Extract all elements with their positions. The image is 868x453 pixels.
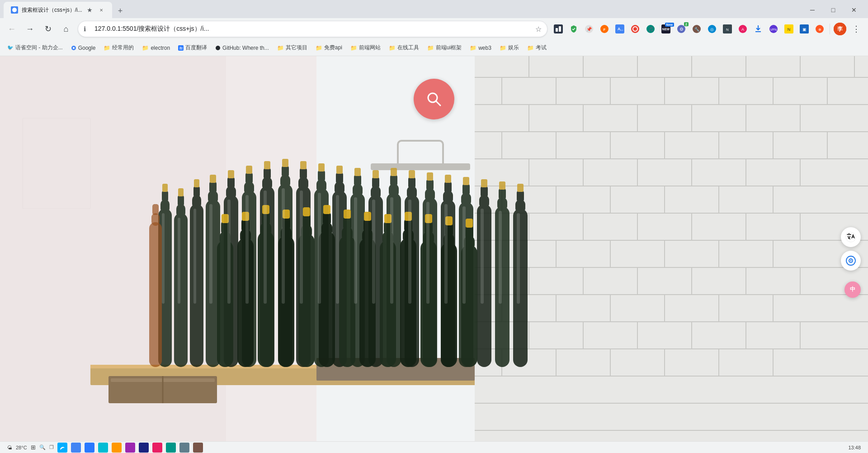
- bookmark-common[interactable]: 📁 经常用的: [100, 42, 137, 54]
- svg-rect-143: [162, 184, 168, 192]
- taskbar-app7[interactable]: [166, 443, 176, 453]
- svg-rect-154: [209, 181, 217, 193]
- ext-icon-13[interactable]: ▣: [797, 22, 811, 36]
- bookmark-tools[interactable]: 📁 在线工具: [385, 42, 423, 54]
- bookmark-exam[interactable]: 📁 考试: [524, 42, 550, 54]
- maximize-button[interactable]: □: [823, 3, 844, 17]
- forward-button[interactable]: →: [22, 21, 38, 37]
- svg-rect-171: [282, 159, 288, 167]
- ext-icon-10[interactable]: A: [736, 22, 750, 36]
- svg-rect-212: [477, 204, 491, 367]
- status-bar: 🌤 28°C ⊞ 🔍 ❐ 13:48: [0, 441, 868, 453]
- ext-icon-translate[interactable]: A一: [613, 22, 627, 36]
- taskbar-app8[interactable]: [179, 443, 189, 453]
- bookmark-star-icon[interactable]: ☆: [535, 25, 542, 33]
- task-view[interactable]: ❐: [49, 444, 54, 450]
- svg-rect-214: [481, 186, 488, 197]
- ext-icon-9[interactable]: N: [720, 22, 735, 36]
- taskbar-chrome[interactable]: [71, 443, 81, 453]
- home-button[interactable]: ⌂: [58, 21, 74, 37]
- browser-frame: 搜索框设计（css+js）/i... ★ ✕ + ─ □ ✕ ← → ↻ ⌂ ℹ…: [0, 0, 868, 453]
- ext-icon-new[interactable]: NEW New: [659, 22, 673, 36]
- svg-rect-219: [499, 181, 505, 190]
- bookmark-api[interactable]: 📁 免费api: [312, 42, 346, 54]
- svg-rect-198: [408, 177, 415, 188]
- search-icon: [425, 90, 443, 108]
- tab-close-button[interactable]: ✕: [98, 6, 105, 14]
- taskbar-edge[interactable]: [57, 443, 67, 453]
- ext-icon-11[interactable]: VPN: [766, 22, 781, 36]
- folder-icon-7: 📁: [427, 45, 434, 51]
- svg-rect-246: [303, 207, 310, 216]
- back-button[interactable]: ←: [4, 21, 20, 37]
- bookmark-electron[interactable]: 📁 electron: [138, 42, 174, 54]
- counter-badge: 2: [684, 22, 689, 26]
- bookmark-yuque[interactable]: 🐦 语雀空间 - 助力企...: [4, 42, 66, 54]
- ext-icon-1[interactable]: [551, 22, 566, 36]
- search-taskbar[interactable]: 🔍: [39, 444, 46, 450]
- close-button[interactable]: ✕: [844, 3, 864, 17]
- address-input[interactable]: [94, 25, 532, 33]
- search-button[interactable]: [414, 79, 454, 119]
- ext-icon-counter[interactable]: ⚙ 2: [674, 22, 689, 36]
- clock: 13:48: [848, 445, 861, 450]
- ext-icon-8[interactable]: ◎: [705, 22, 719, 36]
- ext-icon-green[interactable]: 🎵: [643, 22, 658, 36]
- ext-icon-14[interactable]: ⊕: [812, 22, 827, 36]
- svg-rect-147: [178, 188, 184, 196]
- taskbar-app1[interactable]: [85, 443, 94, 453]
- minimize-button[interactable]: ─: [802, 3, 823, 17]
- ext-icon-7[interactable]: 🔧: [689, 22, 704, 36]
- chrome-menu-button[interactable]: ⋮: [848, 21, 864, 37]
- ext-icon-shield[interactable]: [566, 22, 581, 36]
- taskbar-app5[interactable]: [139, 443, 149, 453]
- taskbar-app6[interactable]: [152, 443, 162, 453]
- ext-icon-12[interactable]: N: [782, 22, 796, 36]
- svg-point-308: [850, 260, 852, 261]
- temperature: 28°C: [16, 445, 27, 450]
- svg-rect-281: [193, 209, 196, 304]
- bookmark-web3[interactable]: 📁 web3: [466, 42, 495, 54]
- bookmark-label-other: 其它项目: [286, 44, 307, 52]
- taskbar-app3[interactable]: [112, 443, 122, 453]
- ext-icon-download[interactable]: [751, 22, 765, 36]
- svg-rect-211: [463, 177, 469, 185]
- translate-float-button[interactable]: [841, 227, 861, 247]
- folder-icon-4: 📁: [316, 45, 322, 51]
- ext-icon-colorful[interactable]: [628, 22, 642, 36]
- bookmark-ui[interactable]: 📁 前端ui框架: [424, 42, 465, 54]
- profile-avatar[interactable]: 李: [834, 23, 846, 35]
- bookmark-other[interactable]: 📁 其它项目: [274, 42, 311, 54]
- bookmark-label-exam: 考试: [536, 44, 547, 52]
- bookmark-github[interactable]: GitHub: Where th...: [212, 42, 273, 54]
- bookmark-google[interactable]: Google: [67, 42, 99, 54]
- refresh-button[interactable]: ↻: [40, 21, 56, 37]
- svg-rect-292: [390, 197, 393, 304]
- svg-rect-203: [427, 172, 433, 181]
- tab-favicon: [11, 6, 18, 14]
- bookmark-frontend[interactable]: 📁 前端网站: [347, 42, 384, 54]
- bookmark-translate[interactable]: 翻 百度翻译: [175, 42, 211, 54]
- svg-rect-195: [391, 168, 397, 176]
- ext-icon-pin[interactable]: 📌: [582, 22, 596, 36]
- taskbar-app2[interactable]: [98, 443, 108, 453]
- address-bar[interactable]: ℹ ☆: [78, 21, 547, 37]
- tab-title: 搜索框设计（css+js）/i...: [22, 6, 83, 14]
- float-buttons: 中: [841, 227, 861, 271]
- svg-rect-144: [174, 213, 188, 367]
- bookmark-entertainment[interactable]: 📁 娱乐: [496, 42, 523, 54]
- new-tab-button[interactable]: +: [114, 5, 127, 17]
- taskbar-app4[interactable]: [125, 443, 135, 453]
- capture-float-button[interactable]: [841, 251, 861, 271]
- mini-float-button[interactable]: 中: [844, 281, 861, 298]
- folder-icon-8: 📁: [470, 45, 476, 51]
- svg-rect-297: [481, 209, 484, 304]
- svg-rect-239: [278, 236, 294, 367]
- active-tab[interactable]: 搜索框设计（css+js）/i... ★ ✕: [4, 2, 112, 18]
- taskbar-app9[interactable]: [193, 443, 203, 453]
- svg-rect-253: [343, 217, 351, 229]
- taskbar-icons: ⊞ 🔍 ❐: [31, 443, 203, 453]
- start-button[interactable]: ⊞: [31, 444, 36, 451]
- ext-icon-orange[interactable]: F: [597, 22, 612, 36]
- svg-rect-277: [465, 226, 473, 238]
